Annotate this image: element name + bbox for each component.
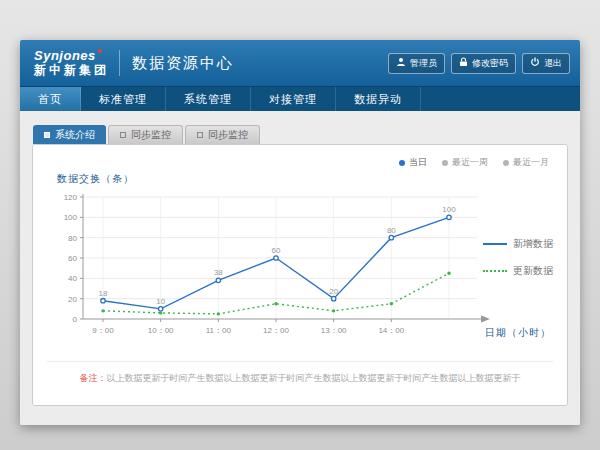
svg-text:80: 80 bbox=[68, 234, 77, 243]
nav-item-data-change[interactable]: 数据异动 bbox=[336, 87, 421, 111]
filter-dot-icon bbox=[503, 160, 509, 166]
filter-dot-icon bbox=[399, 160, 405, 166]
note-divider bbox=[47, 361, 553, 362]
svg-text:80: 80 bbox=[387, 226, 396, 235]
svg-text:60: 60 bbox=[68, 254, 77, 263]
svg-text:100: 100 bbox=[64, 213, 78, 222]
content-area: 系统介绍 同步监控 同步监控 当日 最近一周 bbox=[20, 111, 580, 425]
user-actions: 管理员 修改密码 退出 bbox=[388, 53, 570, 74]
svg-text:38: 38 bbox=[214, 268, 223, 277]
admin-button[interactable]: 管理员 bbox=[388, 53, 445, 74]
nav-item-system[interactable]: 系统管理 bbox=[166, 87, 251, 111]
nav-item-standards[interactable]: 标准管理 bbox=[81, 87, 166, 111]
series-item-update[interactable]: 更新数据 bbox=[483, 264, 553, 278]
svg-text:11：00: 11：00 bbox=[206, 326, 232, 335]
legend-filter-week[interactable]: 最近一周 bbox=[442, 156, 488, 169]
svg-text:9：00: 9：00 bbox=[92, 326, 114, 335]
tab-icon bbox=[120, 132, 126, 138]
legend-filter-today[interactable]: 当日 bbox=[399, 156, 427, 169]
nav-item-home[interactable]: 首页 bbox=[20, 87, 81, 111]
line-chart: 0204060801001209：0010：0011：0012：0013：001… bbox=[43, 189, 495, 349]
user-icon bbox=[396, 57, 406, 69]
admin-button-label: 管理员 bbox=[410, 57, 437, 70]
tab-icon bbox=[197, 132, 203, 138]
nav-item-integration[interactable]: 对接管理 bbox=[251, 87, 336, 111]
logout-button[interactable]: 退出 bbox=[522, 53, 570, 74]
series-label: 更新数据 bbox=[513, 264, 553, 278]
svg-text:10: 10 bbox=[156, 297, 165, 306]
brand-name: Synjones bbox=[34, 49, 109, 64]
filter-dot-icon bbox=[442, 160, 448, 166]
legend-filters: 当日 最近一周 最近一月 bbox=[399, 156, 549, 169]
svg-text:10：00: 10：00 bbox=[148, 326, 174, 335]
svg-text:13：00: 13：00 bbox=[321, 326, 347, 335]
svg-text:100: 100 bbox=[442, 205, 456, 214]
app-window: Synjones 新中新集团 数据资源中心 管理员 修改密码 退出 首页 标准管… bbox=[20, 40, 580, 425]
tab-sync-monitor-2[interactable]: 同步监控 bbox=[185, 125, 260, 144]
change-password-button[interactable]: 修改密码 bbox=[451, 53, 516, 74]
brand-logo: Synjones 新中新集团 bbox=[34, 49, 109, 78]
svg-text:0: 0 bbox=[73, 315, 78, 324]
company-name: 新中新集团 bbox=[34, 64, 109, 78]
power-icon bbox=[530, 57, 540, 69]
svg-text:14：00: 14：00 bbox=[378, 326, 404, 335]
dotted-line-icon bbox=[483, 270, 507, 272]
lock-icon bbox=[459, 57, 468, 69]
change-password-button-label: 修改密码 bbox=[472, 57, 508, 70]
x-axis-title: 日期（小时） bbox=[485, 326, 551, 340]
chart-panel: 当日 最近一周 最近一月 数据交换（条） 0204060801001209：00… bbox=[32, 144, 568, 406]
y-axis-title: 数据交换（条） bbox=[57, 172, 134, 186]
tab-icon bbox=[44, 132, 50, 138]
tab-system-intro[interactable]: 系统介绍 bbox=[33, 125, 106, 144]
filter-label: 最近一月 bbox=[513, 156, 549, 169]
filter-label: 最近一周 bbox=[452, 156, 488, 169]
tab-label: 系统介绍 bbox=[55, 128, 95, 142]
series-legend: 新增数据 更新数据 bbox=[483, 237, 553, 278]
footnote-prefix: 备注： bbox=[80, 373, 107, 383]
svg-text:12：00: 12：00 bbox=[263, 326, 289, 335]
app-title: 数据资源中心 bbox=[132, 54, 234, 73]
logout-button-label: 退出 bbox=[544, 57, 562, 70]
header-divider bbox=[119, 50, 120, 76]
svg-text:18: 18 bbox=[99, 289, 108, 298]
app-header: Synjones 新中新集团 数据资源中心 管理员 修改密码 退出 bbox=[20, 40, 580, 86]
tab-label: 同步监控 bbox=[131, 128, 171, 142]
svg-text:20: 20 bbox=[68, 295, 77, 304]
main-nav: 首页 标准管理 系统管理 对接管理 数据异动 bbox=[20, 86, 580, 111]
svg-text:40: 40 bbox=[68, 274, 77, 283]
footnote: 备注：以上数据更新于时间产生数据以上数据更新于时间产生数据以上数据更新于时间产生… bbox=[51, 372, 549, 385]
footnote-text: 以上数据更新于时间产生数据以上数据更新于时间产生数据以上数据更新于时间产生数据以… bbox=[107, 373, 521, 383]
svg-text:60: 60 bbox=[272, 246, 281, 255]
series-item-new[interactable]: 新增数据 bbox=[483, 237, 553, 251]
tab-sync-monitor-1[interactable]: 同步监控 bbox=[108, 125, 183, 144]
series-label: 新增数据 bbox=[513, 237, 553, 251]
tab-label: 同步监控 bbox=[208, 128, 248, 142]
filter-label: 当日 bbox=[409, 156, 427, 169]
svg-text:20: 20 bbox=[329, 287, 338, 296]
tab-bar: 系统介绍 同步监控 同步监控 bbox=[33, 125, 260, 144]
svg-text:120: 120 bbox=[64, 193, 78, 202]
solid-line-icon bbox=[483, 243, 507, 245]
legend-filter-month[interactable]: 最近一月 bbox=[503, 156, 549, 169]
